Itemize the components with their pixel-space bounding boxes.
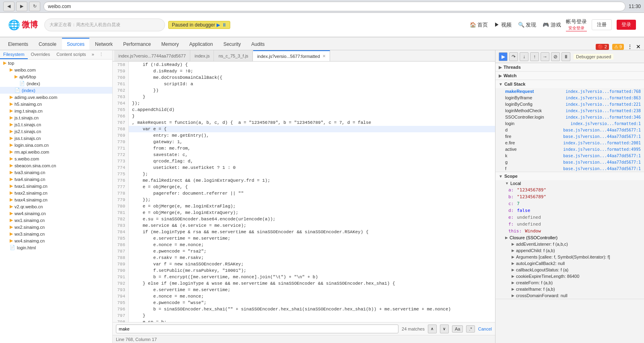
file-tree-item-jss[interactable]: ▶ jss.t.sinajs.cn: [0, 135, 112, 142]
step-out-btn[interactable]: ↑: [530, 52, 539, 61]
sidebar-tab-settings[interactable]: ⋮: [97, 50, 106, 59]
code-line-780[interactable]: 780 e = objMerge(e, me.loginExtraFlag);: [113, 203, 495, 209]
tab-console[interactable]: Console: [34, 38, 61, 50]
call-stack-item-1[interactable]: loginByIframeindex.js?versio...formatted…: [495, 94, 644, 101]
code-line-790[interactable]: 790 f.setPublic(me.rsaPubkey, "10001");: [113, 267, 495, 274]
register-btn[interactable]: 注册: [592, 19, 612, 30]
file-tree-item-rm[interactable]: ▶ rm.api.weibo.com: [0, 148, 112, 155]
call-stack-item-11[interactable]: gbase.js?version...44aa77dd5677:1: [495, 159, 644, 165]
file-tree-item-weibo[interactable]: ▶ weibo.com: [0, 66, 112, 73]
code-line-796[interactable]: 796 b = sinaSSOEncoder.hex_sha1("" + sin…: [113, 306, 495, 312]
file-tree-item-adimg[interactable]: ▶ adimg.uve.weibo.com: [0, 94, 112, 101]
file-tree-item-wx1[interactable]: ▶ wx1.sinaimg.cn: [0, 217, 112, 224]
call-stack-item-12[interactable]: fbase.js?version...44aa77dd5677:1: [495, 165, 644, 172]
code-line-770[interactable]: 770 gateway: 1,: [113, 139, 495, 145]
code-line-783[interactable]: 783 me.service && (e.service = me.servic…: [113, 222, 495, 229]
code-line-776[interactable]: 776 me.failRedirect && (me.loginExtraQue…: [113, 177, 495, 184]
step-btn[interactable]: →: [541, 52, 549, 61]
file-tree-item-login-html[interactable]: 📄 login.html: [0, 244, 112, 251]
code-line-768[interactable]: 768 var e = {: [113, 126, 495, 132]
code-line-792[interactable]: 792 } else if (me.loginType & wsse && me…: [113, 280, 495, 287]
code-line-784[interactable]: 784 if (me.loginType & rsa && me.servert…: [113, 229, 495, 235]
code-line-774[interactable]: 774 useticket: me.useTicket ? 1 : 0: [113, 164, 495, 171]
code-line-764[interactable]: 764});: [113, 100, 495, 107]
forward-btn[interactable]: ▶: [16, 2, 27, 11]
call-stack-item-10[interactable]: kbase.js?version...44aa77dd5677:1: [495, 152, 644, 159]
code-line-773[interactable]: 773 qrcode_flag: d,: [113, 158, 495, 164]
deactivate-breakpoints-btn[interactable]: ⊘: [551, 52, 560, 61]
pause-icon[interactable]: ⏸: [222, 22, 227, 28]
nav-discover[interactable]: 🔍 发现: [518, 21, 537, 29]
closure-item-2[interactable]: ▶Arguments [callee: f, Symbol(Symbol.ite…: [495, 254, 644, 260]
call-stack-item-9[interactable]: activeindex.js?versio...formatted:4995: [495, 146, 644, 152]
call-stack-item-0[interactable]: makeRequestindex.js?versio...formatted:7…: [495, 88, 644, 94]
threads-header[interactable]: ▶ Threads: [495, 63, 644, 71]
code-line-785[interactable]: 785 e.servertime = me.servertime;: [113, 235, 495, 242]
weibo-account1[interactable]: 帐号登录 安全登录: [566, 18, 587, 31]
tab-audits[interactable]: Audits: [246, 38, 269, 50]
code-line-771[interactable]: 771 from: me.from,: [113, 145, 495, 152]
search-input[interactable]: [116, 325, 398, 333]
closure-item-4[interactable]: ▶callbackLogoutStatus: f (a): [495, 267, 644, 273]
play-icon[interactable]: ▶: [217, 22, 220, 28]
call-stack-item-7[interactable]: firebase.js?version...44aa77dd5677:1: [495, 133, 644, 140]
editor-tab-close-icon[interactable]: ✕: [322, 54, 326, 58]
code-line-787[interactable]: 787 e.pwencode = "rsa2";: [113, 248, 495, 255]
call-stack-item-8[interactable]: e.fireindex.js?versio...formatted:2001: [495, 140, 644, 146]
watch-header[interactable]: ▶ Watch: [495, 72, 644, 80]
file-tree-item-wx2[interactable]: ▶ wx2.sinaimg.cn: [0, 224, 112, 230]
resume-btn[interactable]: ▶: [499, 52, 508, 61]
code-line-775[interactable]: 775 };: [113, 171, 495, 177]
code-line-794[interactable]: 794 e.nonce = me.nonce;: [113, 293, 495, 300]
closure-item-7[interactable]: ▶createIframe: f (a,b): [495, 286, 644, 292]
file-tree-item-wx3[interactable]: ▶ wx3.sinaimg.cn: [0, 230, 112, 237]
closure-item-1[interactable]: ▶appendChild: f (a,b): [495, 247, 644, 254]
tab-performance[interactable]: Performance: [118, 38, 156, 50]
tab-security[interactable]: Security: [219, 38, 246, 50]
code-line-788[interactable]: 788 e.rsakv = me.rsakv;: [113, 255, 495, 261]
search-regex-btn[interactable]: .*: [466, 325, 475, 333]
nav-home[interactable]: 🏠 首页: [470, 21, 488, 29]
tab-elements[interactable]: Elements: [3, 38, 33, 50]
back-btn[interactable]: ◀: [3, 2, 14, 11]
step-over-btn[interactable]: ↷: [509, 52, 518, 61]
closure-item-3[interactable]: ▶autoLoginCallBack2: null: [495, 260, 644, 267]
file-tree-item-tva4[interactable]: ▶ tva4.sinaimg.cn: [0, 176, 112, 183]
search-aa-btn[interactable]: Aa: [452, 325, 463, 333]
tab-memory[interactable]: Memory: [157, 38, 184, 50]
address-bar[interactable]: weibo.com: [43, 2, 625, 11]
file-tree-item-js1[interactable]: ▶ js1.t.sinajs.cn: [0, 121, 112, 128]
weibo-search-box[interactable]: 大家正在看：周杰伦无人机告白昆凌: [44, 18, 165, 31]
callstack-header[interactable]: ▼ Call Stack: [495, 80, 644, 88]
nav-game[interactable]: 🎮 游戏: [543, 21, 561, 29]
call-stack-item-5[interactable]: loginindex.js?versio...formatted:1: [495, 120, 644, 127]
step-into-btn[interactable]: ↓: [520, 52, 528, 61]
code-line-786[interactable]: 786 e.nonce = me.nonce;: [113, 242, 495, 248]
code-line-789[interactable]: 789 var f = new sinaSSOEncoder.RSAKey;: [113, 261, 495, 267]
file-tree-item-sbeacon[interactable]: ▶ sbeacon.sina.com.cn: [0, 162, 112, 169]
code-line-769[interactable]: 769 entry: me.getEntry(),: [113, 132, 495, 139]
call-stack-item-6[interactable]: dbase.js?version...44aa77dd5677:1: [495, 127, 644, 133]
code-line-779[interactable]: 779 });: [113, 197, 495, 203]
search-prev-btn[interactable]: ∧: [428, 325, 437, 333]
closure-item-8[interactable]: ▶crossDomainForward: null: [495, 292, 644, 299]
code-line-795[interactable]: 795 e.pwencode = "wsse";: [113, 300, 495, 306]
call-stack-item-4[interactable]: SSOController.loginindex.js?versio...for…: [495, 114, 644, 120]
file-tree-item-h5[interactable]: ▶ h5.sinaimg.cn: [0, 101, 112, 107]
tab-network[interactable]: Network: [90, 38, 118, 50]
file-tree-item-ajv6top[interactable]: ▶ aj/v6/top: [0, 73, 112, 80]
code-line-793[interactable]: 793 e.servertime = me.servertime;: [113, 287, 495, 293]
editor-tab-2[interactable]: index.js: [191, 50, 214, 62]
code-line-791[interactable]: 791 b = f.encrypt([me.servertime, me.non…: [113, 274, 495, 280]
sidebar-tab-more[interactable]: »: [89, 50, 97, 59]
file-tree-item-js2[interactable]: ▶ js2.t.sinajs.cn: [0, 128, 112, 135]
devtools-close-icon[interactable]: ✕: [636, 43, 641, 50]
code-line-761[interactable]: 761 scriptId: a: [113, 81, 495, 87]
file-tree-item-js[interactable]: ▶ js.t.sinajs.cn: [0, 114, 112, 121]
code-line-759[interactable]: 759 d.isReady = !0;: [113, 68, 495, 74]
closure-item-0[interactable]: ▶addEventListener: f (a,b,c): [495, 241, 644, 247]
sidebar-tab-contentscripts[interactable]: Content scripts: [53, 50, 89, 59]
tab-application[interactable]: Application: [184, 38, 218, 50]
code-line-767[interactable]: 767, makeRequest = function(a, b, c, d) …: [113, 119, 495, 126]
tab-sources[interactable]: Sources: [62, 38, 89, 50]
